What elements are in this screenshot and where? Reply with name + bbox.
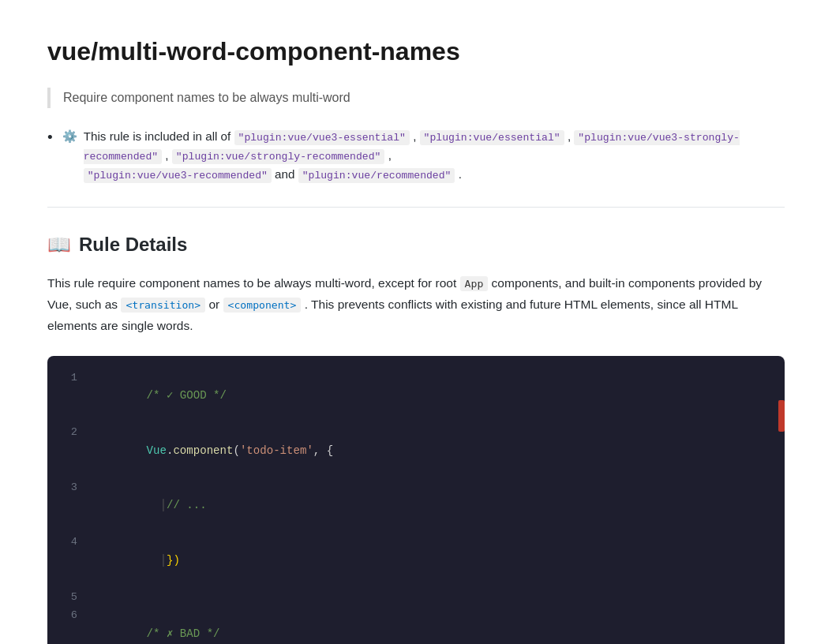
- scrollbar-indicator[interactable]: [778, 400, 785, 432]
- plugin-tag-5: "plugin:vue/vue3-recommended": [84, 168, 272, 183]
- section-divider: [47, 207, 785, 208]
- code-line-5: 5: [47, 588, 785, 607]
- bullet-text: This rule is included in all of "plugin:…: [84, 127, 785, 185]
- list-item: • ⚙️ This rule is included in all of "pl…: [47, 127, 785, 185]
- bullet-icon: •: [47, 127, 53, 148]
- subtitle-text: Require component names to be always mul…: [63, 91, 350, 104]
- bullet-list: • ⚙️ This rule is included in all of "pl…: [47, 127, 785, 185]
- line-num-2: 2: [55, 424, 77, 477]
- code-line-6: 6 /* ✗ BAD */: [47, 606, 785, 644]
- page-title: vue/multi-word-component-names: [47, 32, 785, 72]
- description: This rule require component names to be …: [47, 272, 785, 336]
- line-num-1: 1: [55, 369, 77, 423]
- code-line-3: 3 │// ...: [47, 478, 785, 534]
- book-icon: 📖: [47, 230, 71, 260]
- plugin-tag-4: "plugin:vue/strongly-recommended": [172, 149, 385, 164]
- line-num-4: 4: [55, 534, 77, 587]
- section-title: 📖 Rule Details: [47, 230, 785, 260]
- or-text: or: [208, 298, 223, 311]
- section-title-text: Rule Details: [79, 230, 187, 260]
- plugin-tag-1: "plugin:vue/vue3-essential": [234, 130, 410, 145]
- code-text-3: │// ...: [93, 479, 207, 533]
- code-text-6: /* ✗ BAD */: [93, 607, 220, 644]
- code-text-1: /* ✓ GOOD */: [93, 369, 227, 423]
- line-num-6: 6: [55, 607, 77, 644]
- plugin-tag-6: "plugin:vue/recommended": [298, 168, 455, 183]
- code-content: 1 /* ✓ GOOD */ 2 Vue.component('todo-ite…: [47, 356, 785, 644]
- plugin-tag-2: "plugin:vue/essential": [420, 130, 564, 145]
- component-tag: <component>: [223, 298, 302, 313]
- code-line-2: 2 Vue.component('todo-item', {: [47, 423, 785, 478]
- line-num-5: 5: [55, 589, 77, 606]
- code-text-2: Vue.component('todo-item', {: [93, 424, 333, 477]
- code-line-4: 4 │}): [47, 533, 785, 588]
- desc-part1: This rule require component names to be …: [47, 276, 456, 290]
- app-tag: App: [460, 276, 489, 291]
- code-text-4: │}): [93, 534, 180, 587]
- code-block: 1 /* ✓ GOOD */ 2 Vue.component('todo-ite…: [47, 356, 785, 644]
- gear-icon: ⚙️: [62, 127, 77, 146]
- subtitle-block: Require component names to be always mul…: [47, 88, 785, 108]
- transition-tag: <transition>: [121, 298, 205, 313]
- line-num-3: 3: [55, 479, 77, 533]
- code-line-1: 1 /* ✓ GOOD */: [47, 369, 785, 424]
